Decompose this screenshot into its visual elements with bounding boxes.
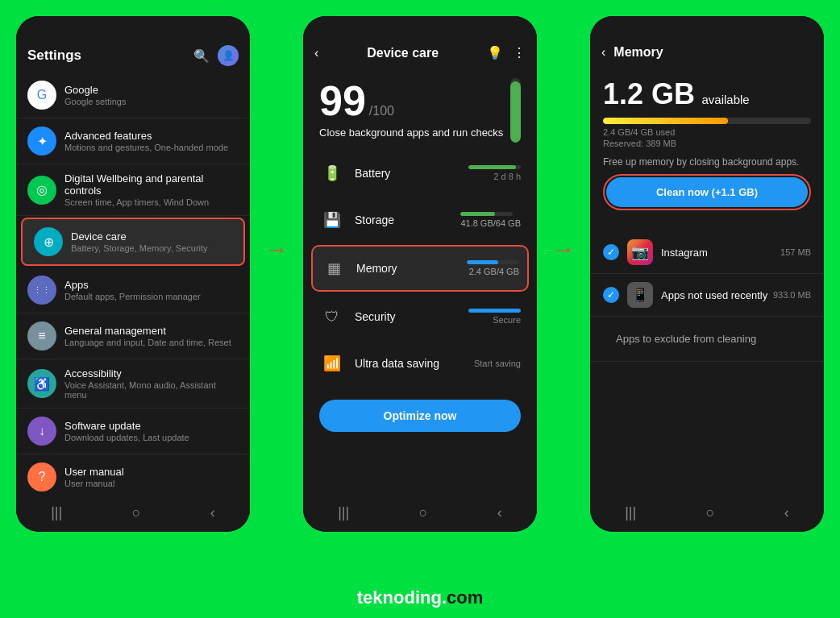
- item-sub-general: Language and input, Date and time, Reset: [64, 338, 239, 347]
- back-button-3[interactable]: ‹: [601, 45, 605, 60]
- nav-menu-2[interactable]: |||: [338, 504, 349, 521]
- security-label: Security: [355, 310, 468, 323]
- item-sub-access: Voice Assistant, Mono audio, Assistant m…: [64, 380, 239, 400]
- memory-icon: ▦: [321, 255, 347, 281]
- optimize-btn-wrap: Optimize now: [303, 388, 537, 443]
- settings-item-digital[interactable]: ◎ Digital Wellbeing and parental control…: [16, 164, 250, 216]
- battery-progress: [468, 165, 521, 169]
- branding: teknoding.com: [0, 587, 840, 608]
- digital-icon: ◎: [27, 176, 56, 205]
- memory-label: Memory: [356, 262, 467, 275]
- instagram-size: 157 MB: [780, 247, 811, 257]
- storage-icon: 💾: [319, 207, 345, 233]
- apps-icon: ⋮⋮: [27, 276, 56, 305]
- item-title-general: General management: [64, 325, 239, 337]
- nav-home-3[interactable]: ○: [706, 504, 715, 521]
- more-icon[interactable]: ⋮: [513, 45, 526, 60]
- item-title-manual: User manual: [64, 466, 239, 478]
- settings-item-general[interactable]: ≡ General management Language and input,…: [16, 313, 250, 359]
- clean-button[interactable]: Clean now (+1.1 GB): [606, 177, 808, 207]
- avatar[interactable]: 👤: [218, 45, 239, 66]
- bottom-nav-2: ||| ○ ‹: [303, 496, 537, 532]
- nav-home-1[interactable]: ○: [132, 504, 141, 521]
- item-title-digital: Digital Wellbeing and parental controls: [64, 172, 239, 197]
- status-bar-1: [16, 16, 250, 39]
- brand-tek: tekno: [357, 587, 405, 608]
- memory-used-text: 2.4 GB/4 GB used: [603, 127, 811, 137]
- nav-back-3[interactable]: ‹: [784, 504, 789, 521]
- settings-item-device-care[interactable]: ⊕ Device care Battery, Storage, Memory, …: [21, 218, 245, 266]
- google-icon: G: [27, 81, 56, 110]
- memory-content: 1.2 GB available 2.4 GB/4 GB used Reserv…: [590, 66, 824, 231]
- memory-free-text: Free up memory by closing background app…: [603, 156, 811, 168]
- storage-fill: [460, 212, 494, 216]
- app-item-unused[interactable]: ✓ 📱 Apps not used recently 933.0 MB: [590, 274, 824, 317]
- arrow-1-container: →: [264, 237, 289, 263]
- security-fill: [468, 309, 521, 313]
- settings-item-advanced[interactable]: ✦ Advanced features Motions and gestures…: [16, 118, 250, 164]
- dc-item-memory[interactable]: ▦ Memory 2.4 GB/4 GB: [311, 245, 529, 292]
- settings-item-software[interactable]: ↓ Software update Download updates, Last…: [16, 409, 250, 454]
- device-care-title: Device care: [367, 46, 439, 60]
- ultra-value: Start saving: [474, 359, 521, 368]
- dc-item-security[interactable]: 🛡 Security Secure: [311, 295, 529, 338]
- nav-back-1[interactable]: ‹: [210, 504, 215, 521]
- settings-item-accessibility[interactable]: ♿ Accessibility Voice Assistant, Mono au…: [16, 359, 250, 409]
- storage-label: Storage: [355, 214, 460, 226]
- settings-item-manual[interactable]: ? User manual User manual: [16, 454, 250, 500]
- memory-fill: [467, 260, 498, 264]
- score-max: /100: [369, 104, 394, 118]
- memory-reserved-text: Reserved: 389 MB: [603, 139, 811, 148]
- arrow-right-2: →: [552, 237, 575, 263]
- settings-item-google[interactable]: G Google Google settings: [16, 73, 250, 118]
- brand-com: com: [447, 587, 483, 608]
- app-item-exclude[interactable]: Apps to exclude from cleaning: [590, 317, 824, 362]
- nav-menu-3[interactable]: |||: [625, 504, 636, 521]
- clean-btn-wrap: Clean now (+1.1 GB): [603, 174, 811, 210]
- unused-icon: 📱: [627, 282, 653, 308]
- security-value: Secure: [468, 315, 521, 325]
- optimize-button[interactable]: Optimize now: [319, 400, 521, 432]
- dc-item-ultra[interactable]: 📶 Ultra data saving Start saving: [311, 342, 529, 385]
- item-title-access: Accessibility: [64, 367, 239, 380]
- instagram-icon: 📷: [627, 239, 653, 265]
- software-icon: ↓: [27, 417, 56, 446]
- nav-menu-1[interactable]: |||: [51, 504, 62, 521]
- score-bar: [510, 78, 521, 143]
- security-icon: 🛡: [319, 304, 345, 330]
- phone-device-care: ‹ Device care 💡 ⋮ 99 /100 Close backgrou…: [303, 16, 537, 532]
- app-item-instagram[interactable]: ✓ 📷 Instagram 157 MB: [590, 231, 824, 274]
- item-sub-digital: Screen time, App timers, Wind Down: [64, 197, 239, 207]
- device-care-icon: ⊕: [34, 227, 63, 256]
- item-sub-apps: Default apps, Permission manager: [64, 292, 239, 301]
- bottom-nav-3: ||| ○ ‹: [590, 496, 824, 532]
- settings-title: Settings: [27, 48, 81, 64]
- manual-icon: ?: [27, 462, 56, 491]
- arrow-right-1: →: [265, 237, 288, 263]
- dc-item-storage[interactable]: 💾 Storage 41.8 GB/64 GB: [311, 198, 529, 242]
- phones-container: Settings 🔍 👤 G Google Google settings ✦ …: [0, 0, 840, 532]
- score-description: Close background apps and run checks: [319, 127, 521, 139]
- bulb-icon[interactable]: 💡: [487, 45, 503, 60]
- instagram-name: Instagram: [661, 247, 780, 259]
- item-title-apps: Apps: [64, 279, 239, 291]
- unused-size: 933.0 MB: [773, 290, 811, 300]
- item-sub-software: Download updates, Last update: [64, 433, 239, 442]
- search-icon[interactable]: 🔍: [193, 48, 210, 64]
- storage-value: 41.8 GB/64 GB: [460, 218, 521, 228]
- battery-icon: 🔋: [319, 160, 345, 186]
- nav-back-2[interactable]: ‹: [497, 504, 502, 521]
- dc-header-icons: 💡 ⋮: [487, 45, 526, 60]
- nav-home-2[interactable]: ○: [419, 504, 428, 521]
- dc-item-battery[interactable]: 🔋 Battery 2 d 8 h: [311, 151, 529, 195]
- exclude-label: Apps to exclude from cleaning: [603, 325, 769, 353]
- unused-checkbox[interactable]: ✓: [603, 287, 619, 303]
- settings-item-apps[interactable]: ⋮⋮ Apps Default apps, Permission manager: [16, 268, 250, 313]
- back-button-2[interactable]: ‹: [314, 46, 318, 60]
- memory-value: 2.4 GB/4 GB: [467, 267, 519, 276]
- memory-header: ‹ Memory: [590, 39, 824, 66]
- instagram-checkbox[interactable]: ✓: [603, 244, 619, 260]
- battery-value: 2 d 8 h: [468, 172, 521, 181]
- general-icon: ≡: [27, 321, 56, 350]
- item-title-advanced: Advanced features: [64, 130, 239, 142]
